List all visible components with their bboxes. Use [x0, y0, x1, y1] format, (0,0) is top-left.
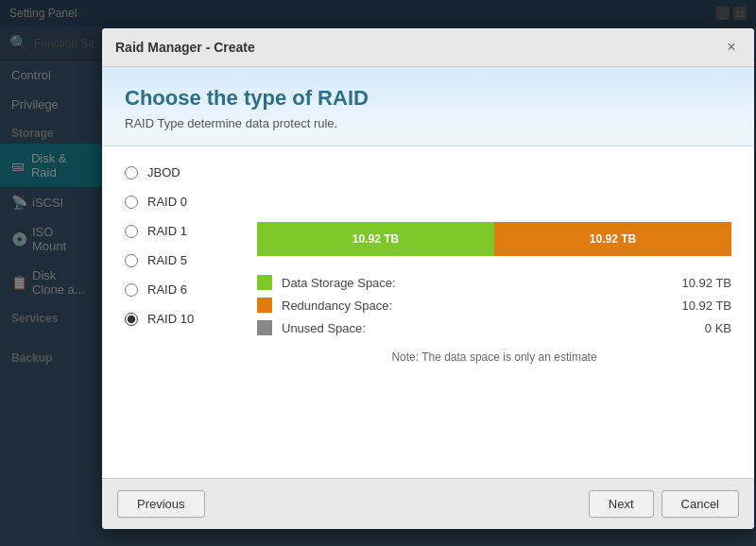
unused-value: 0 KB [656, 321, 731, 335]
raid-option-jbod-label: JBOD [147, 165, 180, 179]
raid-option-raid6-label: RAID 6 [147, 282, 187, 297]
unused-label: Unused Space: [282, 321, 366, 335]
redundancy-color-swatch [257, 298, 272, 313]
raid-legend: Data Storage Space: 10.92 TB Redundancy … [257, 275, 731, 335]
storage-value: 10.92 TB [656, 276, 731, 290]
raid-option-jbod[interactable]: JBOD [125, 165, 238, 179]
unused-color-swatch [257, 320, 272, 335]
redundancy-label: Redundancy Space: [282, 299, 392, 313]
raid-option-raid5-label: RAID 5 [147, 253, 187, 267]
redundancy-value: 10.92 TB [656, 299, 731, 313]
modal-heading: Choose the type of RAID [125, 86, 731, 111]
raid-option-raid10-label: RAID 10 [147, 312, 194, 326]
legend-item-redundancy: Redundancy Space: 10.92 TB [257, 298, 731, 313]
raid-option-raid0-label: RAID 0 [147, 195, 187, 209]
legend-item-storage: Data Storage Space: 10.92 TB [257, 275, 731, 290]
storage-bar-label: 10.92 TB [352, 232, 399, 246]
modal-subtitle: RAID Type determine data protect rule. [125, 116, 731, 130]
modal-footer: Previous Next Cancel [102, 478, 754, 529]
raid-option-raid5[interactable]: RAID 5 [125, 253, 238, 267]
cancel-button[interactable]: Cancel [662, 490, 739, 518]
raid-note: Note: The data space is only an estimate [257, 350, 731, 364]
storage-label: Data Storage Space: [282, 276, 396, 290]
raid-visualization: 10.92 TB 10.92 TB Data Storage Space: 10… [257, 165, 731, 364]
raid-options-list: JBOD RAID 0 RAID 1 RAID 5 RAID 6 [125, 165, 238, 364]
previous-button[interactable]: Previous [117, 490, 205, 518]
raid-manager-modal: Raid Manager - Create × Choose the type … [102, 28, 754, 529]
modal-body: Choose the type of RAID RAID Type determ… [102, 67, 754, 478]
storage-bar: 10.92 TB [257, 222, 494, 256]
modal-title-section: Choose the type of RAID RAID Type determ… [102, 67, 754, 146]
redundancy-bar: 10.92 TB [494, 222, 731, 256]
legend-item-unused: Unused Space: 0 KB [257, 320, 731, 335]
modal-title: Raid Manager - Create [115, 40, 255, 55]
modal-close-button[interactable]: × [722, 38, 741, 57]
raid-bars: 10.92 TB 10.92 TB [257, 222, 731, 256]
raid-option-raid6[interactable]: RAID 6 [125, 282, 238, 297]
modal-content: JBOD RAID 0 RAID 1 RAID 5 RAID 6 [102, 146, 754, 383]
modal-header: Raid Manager - Create × [102, 28, 754, 67]
redundancy-bar-label: 10.92 TB [590, 232, 636, 246]
raid-option-raid0[interactable]: RAID 0 [125, 195, 238, 209]
raid-option-raid10[interactable]: RAID 10 [125, 312, 238, 326]
raid-option-raid1-label: RAID 1 [147, 224, 187, 238]
next-button[interactable]: Next [589, 490, 654, 518]
footer-right-buttons: Next Cancel [589, 490, 739, 518]
storage-color-swatch [257, 275, 272, 290]
raid-option-raid1[interactable]: RAID 1 [125, 224, 238, 238]
